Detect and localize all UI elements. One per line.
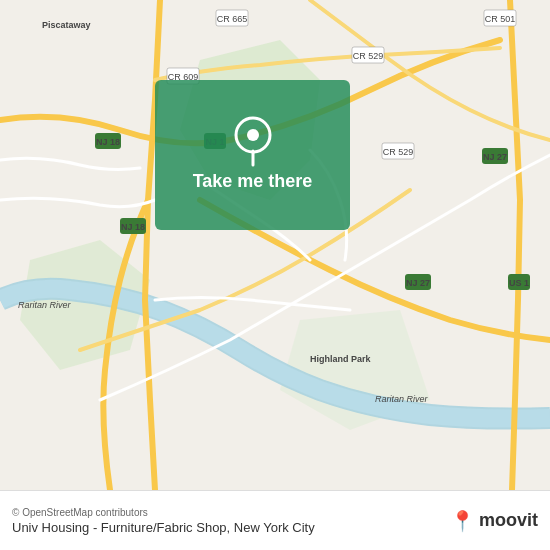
destination-overlay: Take me there	[155, 80, 350, 230]
svg-text:CR 501: CR 501	[485, 14, 516, 24]
svg-text:NJ 27: NJ 27	[406, 278, 430, 288]
svg-text:CR 529: CR 529	[353, 51, 384, 61]
moovit-logo: 📍 moovit	[450, 509, 538, 533]
moovit-label: moovit	[479, 510, 538, 531]
svg-text:NJ 18: NJ 18	[96, 137, 120, 147]
svg-text:NJ 18: NJ 18	[121, 222, 145, 232]
svg-text:US 1: US 1	[509, 278, 529, 288]
svg-text:CR 529: CR 529	[383, 147, 414, 157]
bottom-bar: © OpenStreetMap contributors Univ Housin…	[0, 490, 550, 550]
location-info: © OpenStreetMap contributors Univ Housin…	[12, 507, 315, 535]
moovit-pin-icon: 📍	[450, 509, 475, 533]
svg-text:Piscataway: Piscataway	[42, 20, 91, 30]
svg-text:Raritan River: Raritan River	[18, 300, 72, 310]
attribution-text: © OpenStreetMap contributors	[12, 507, 315, 518]
svg-text:NJ 27: NJ 27	[483, 152, 507, 162]
location-pin-icon	[232, 115, 274, 157]
map-container: Piscataway Highland Park Raritan River R…	[0, 0, 550, 490]
take-me-there-button[interactable]: Take me there	[185, 167, 321, 196]
svg-point-31	[247, 129, 259, 141]
svg-text:Highland Park: Highland Park	[310, 354, 372, 364]
location-name-text: Univ Housing - Furniture/Fabric Shop, Ne…	[12, 520, 315, 535]
svg-text:Raritan River: Raritan River	[375, 394, 429, 404]
svg-text:CR 665: CR 665	[217, 14, 248, 24]
